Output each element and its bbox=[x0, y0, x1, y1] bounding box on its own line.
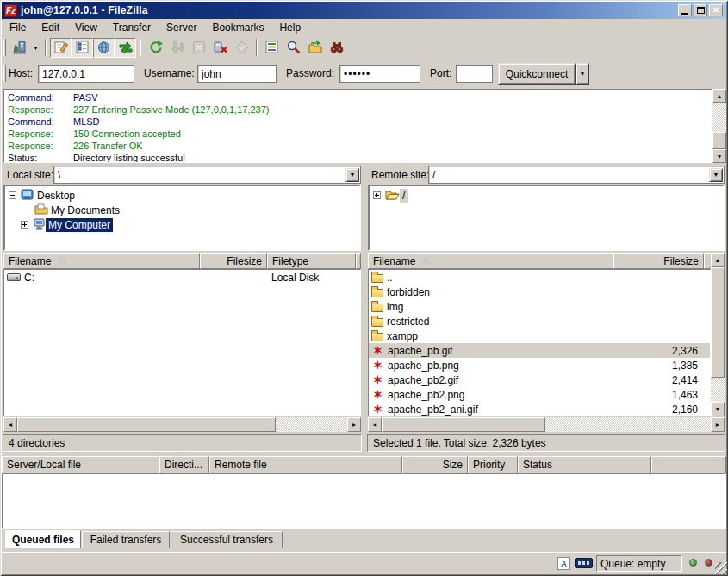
speed-limit-icon bbox=[575, 558, 593, 568]
expand-icon[interactable] bbox=[373, 191, 381, 199]
remote-vertical-scrollbar[interactable]: ▲ ▼ bbox=[711, 253, 725, 416]
cancel-button[interactable] bbox=[188, 38, 209, 58]
table-row[interactable]: ✶apache_pb2.png1,463 bbox=[369, 387, 710, 402]
table-row[interactable]: ✶apache_pb.png1,385 bbox=[369, 358, 710, 373]
transfer-queue-list[interactable] bbox=[2, 473, 726, 529]
table-row[interactable]: img bbox=[369, 299, 710, 314]
username-input[interactable] bbox=[197, 65, 277, 83]
menu-file[interactable]: File bbox=[2, 20, 34, 35]
column-header-status[interactable]: Status bbox=[518, 456, 651, 473]
scroll-up-button[interactable]: ▲ bbox=[712, 89, 726, 103]
column-header-filetype[interactable]: Filetype bbox=[267, 253, 356, 269]
host-input[interactable] bbox=[38, 65, 134, 83]
scrollbar-thumb[interactable] bbox=[17, 417, 276, 432]
scroll-right-button[interactable]: ► bbox=[711, 417, 725, 432]
tab-failed-transfers[interactable]: Failed transfers bbox=[82, 531, 170, 548]
filter-button[interactable] bbox=[261, 38, 283, 58]
tab-successful-transfers[interactable]: Successful transfers bbox=[171, 531, 283, 548]
column-header-size[interactable]: Size bbox=[402, 456, 468, 473]
filename: restricted bbox=[387, 316, 429, 328]
scroll-left-button[interactable]: ◄ bbox=[3, 417, 17, 432]
menu-bookmarks[interactable]: Bookmarks bbox=[204, 20, 271, 35]
tree-item-my-computer[interactable]: My Computer bbox=[5, 217, 359, 232]
menu-edit[interactable]: Edit bbox=[34, 20, 67, 35]
scrollbar-thumb[interactable] bbox=[711, 267, 725, 378]
tree-item-desktop[interactable]: Desktop bbox=[5, 188, 359, 203]
port-input[interactable] bbox=[456, 65, 493, 83]
table-row[interactable]: ✶apache_pb2_ani.gif2,160 bbox=[369, 402, 710, 416]
close-button[interactable]: ✕ bbox=[709, 4, 723, 16]
reconnect-button[interactable] bbox=[231, 38, 252, 58]
scroll-down-button[interactable]: ▼ bbox=[712, 149, 726, 163]
log-scrollbar[interactable]: ▲ ▼ bbox=[712, 89, 726, 163]
table-row[interactable]: forbidden bbox=[369, 285, 710, 299]
local-site-combo[interactable]: \ ▼ bbox=[53, 166, 361, 184]
site-manager-dropdown-button[interactable]: ▼ bbox=[30, 38, 41, 58]
table-row[interactable]: xampp bbox=[369, 329, 710, 343]
table-row-selected[interactable]: ✶apache_pb.gif2,326 bbox=[369, 343, 710, 358]
toggle-remote-tree-button[interactable] bbox=[93, 38, 115, 58]
collapse-icon[interactable] bbox=[9, 191, 16, 199]
toggle-local-tree-button[interactable] bbox=[72, 38, 93, 58]
toggle-transfer-queue-button[interactable] bbox=[115, 38, 136, 58]
message-log[interactable]: Command:PASV Response:227 Entering Passi… bbox=[3, 89, 712, 163]
column-header-filesize[interactable]: Filesize bbox=[200, 253, 267, 269]
combo-dropdown-button[interactable]: ▼ bbox=[709, 168, 723, 182]
table-row[interactable]: .. bbox=[369, 270, 710, 285]
column-header-filename[interactable]: Filename bbox=[368, 253, 613, 269]
refresh-button[interactable] bbox=[145, 38, 166, 58]
scrollbar-thumb[interactable] bbox=[382, 417, 545, 432]
title-bar[interactable]: Fz john@127.0.0.1 - FileZilla ✕ bbox=[2, 2, 726, 19]
menu-view[interactable]: View bbox=[67, 20, 105, 35]
process-queue-button[interactable] bbox=[166, 38, 188, 58]
toggle-message-log-button[interactable] bbox=[50, 38, 72, 58]
local-directory-tree[interactable]: Desktop My Documents My Computer bbox=[3, 185, 361, 251]
scroll-up-button[interactable]: ▲ bbox=[711, 253, 725, 267]
menu-transfer[interactable]: Transfer bbox=[105, 20, 159, 35]
expand-icon[interactable] bbox=[21, 221, 28, 229]
quickconnect-dropdown-button[interactable]: ▼ bbox=[576, 63, 589, 85]
my-computer-icon bbox=[33, 218, 46, 232]
scroll-left-button[interactable]: ◄ bbox=[368, 417, 382, 432]
column-header-filesize[interactable]: Filesize bbox=[613, 253, 704, 269]
scroll-right-button[interactable]: ► bbox=[347, 417, 361, 432]
column-header-filename[interactable]: Filename bbox=[3, 253, 200, 269]
remote-directory-tree[interactable]: / bbox=[368, 185, 725, 251]
scrollbar-thumb[interactable] bbox=[712, 132, 726, 149]
remote-horizontal-scrollbar[interactable]: ◄ ► bbox=[368, 417, 725, 432]
tree-item-root[interactable]: / bbox=[370, 188, 723, 203]
filename: C: bbox=[24, 272, 34, 284]
column-header-direction[interactable]: Directi... bbox=[159, 456, 209, 473]
table-row[interactable]: restricted bbox=[369, 314, 710, 329]
column-header-remote-file[interactable]: Remote file bbox=[209, 456, 402, 473]
scroll-down-button[interactable]: ▼ bbox=[711, 402, 725, 416]
password-input[interactable] bbox=[339, 65, 420, 83]
minimize-button[interactable] bbox=[678, 4, 692, 16]
column-header-server-local-file[interactable]: Server/Local file bbox=[2, 456, 159, 473]
local-file-list[interactable]: C: Local Disk bbox=[3, 269, 361, 416]
find-files-button[interactable] bbox=[326, 38, 347, 58]
remote-site-combo[interactable]: / ▼ bbox=[428, 166, 725, 184]
folder-icon bbox=[371, 289, 383, 297]
menu-server[interactable]: Server bbox=[159, 20, 204, 35]
synchronized-browsing-button[interactable] bbox=[304, 38, 326, 58]
column-header-last-modified[interactable]: L bbox=[356, 253, 361, 269]
directory-comparison-button[interactable] bbox=[283, 38, 304, 58]
menu-help[interactable]: Help bbox=[271, 20, 308, 35]
site-manager-button[interactable] bbox=[9, 38, 30, 58]
maximize-button[interactable] bbox=[694, 4, 707, 16]
toolbar-separator bbox=[45, 39, 47, 56]
disconnect-button[interactable] bbox=[209, 38, 231, 58]
table-row[interactable]: C: Local Disk bbox=[4, 270, 360, 285]
remote-file-list[interactable]: .. forbidden img restricted xampp ✶apach… bbox=[368, 269, 711, 416]
combo-dropdown-button[interactable]: ▼ bbox=[345, 168, 359, 182]
column-header-priority[interactable]: Priority bbox=[468, 456, 518, 473]
maximize-icon bbox=[697, 7, 705, 14]
tree-item-my-documents[interactable]: My Documents bbox=[5, 203, 359, 217]
activity-led-green-icon bbox=[689, 559, 697, 567]
tab-queued-files[interactable]: Queued files bbox=[5, 530, 81, 548]
resize-grip[interactable] bbox=[715, 562, 727, 574]
table-row[interactable]: ✶apache_pb2.gif2,414 bbox=[369, 373, 710, 387]
quickconnect-button[interactable]: Quickconnect bbox=[498, 63, 576, 85]
local-horizontal-scrollbar[interactable]: ◄ ► bbox=[3, 417, 361, 432]
